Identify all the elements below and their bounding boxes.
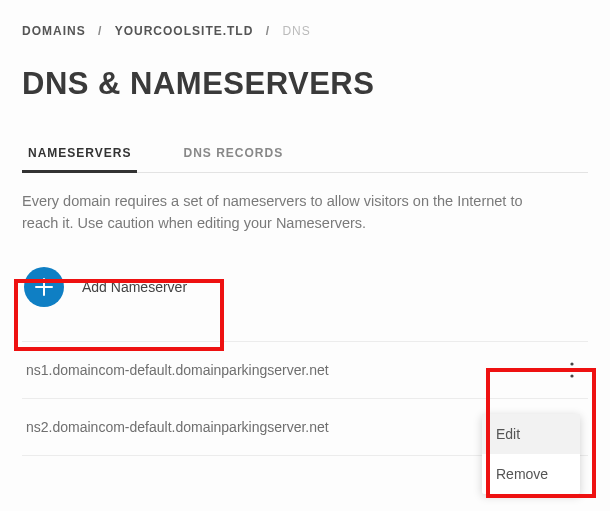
svg-point-1 — [570, 368, 573, 371]
breadcrumb-sep: / — [98, 24, 102, 38]
svg-point-2 — [570, 374, 573, 377]
plus-icon — [24, 267, 64, 307]
menu-item-edit[interactable]: Edit — [482, 414, 580, 454]
tab-dns-records[interactable]: DNS RECORDS — [181, 136, 285, 172]
nameserver-value: ns2.domaincom-default.domainparkingserve… — [26, 419, 329, 435]
add-nameserver-label: Add Nameserver — [82, 279, 187, 295]
kebab-menu-button[interactable] — [560, 358, 584, 382]
page-title: DNS & NAMESERVERS — [22, 66, 588, 102]
nameserver-row: ns1.domaincom-default.domainparkingserve… — [22, 341, 588, 399]
nameserver-action-menu: Edit Remove — [482, 414, 580, 494]
menu-item-remove[interactable]: Remove — [482, 454, 580, 494]
nameserver-value: ns1.domaincom-default.domainparkingserve… — [26, 362, 329, 378]
tab-nameservers[interactable]: NAMESERVERS — [26, 136, 133, 172]
breadcrumb: DOMAINS / YOURCOOLSITE.TLD / DNS — [22, 24, 588, 38]
svg-point-0 — [570, 362, 573, 365]
breadcrumb-domains[interactable]: DOMAINS — [22, 24, 86, 38]
add-nameserver-button[interactable]: Add Nameserver — [22, 257, 189, 317]
breadcrumb-domain[interactable]: YOURCOOLSITE.TLD — [115, 24, 254, 38]
tabs: NAMESERVERS DNS RECORDS — [22, 136, 588, 173]
nameservers-description: Every domain requires a set of nameserve… — [22, 191, 542, 235]
more-vertical-icon — [570, 362, 574, 378]
breadcrumb-sep: / — [266, 24, 270, 38]
breadcrumb-current: DNS — [282, 24, 310, 38]
